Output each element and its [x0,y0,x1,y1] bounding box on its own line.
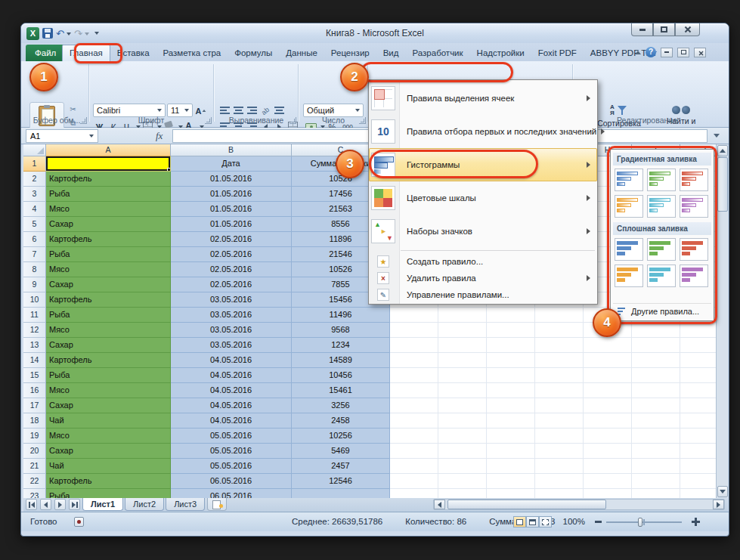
cell-B17[interactable]: 04.05.2016 [171,398,292,413]
cell-I23[interactable] [632,489,680,498]
menu-item-color-scales[interactable]: Цветовые шкалы [369,181,597,215]
cell-H13[interactable] [584,338,632,353]
cell-F23[interactable] [487,489,535,498]
tab-razrabotchik[interactable]: Разработчик [406,45,470,61]
cell-A3[interactable]: Рыба [46,187,171,202]
cell-E15[interactable] [438,368,487,383]
cell-H20[interactable] [584,444,632,459]
expand-formula-bar-icon[interactable] [714,134,720,138]
cell-C22[interactable]: 12546 [292,474,390,489]
cell-I20[interactable] [632,444,680,459]
workbook-minimize-button[interactable] [661,48,673,57]
cell-E14[interactable] [438,353,487,368]
cell-C20[interactable]: 5469 [292,444,390,459]
cell-F11[interactable] [487,308,535,323]
cell-B15[interactable]: 04.05.2016 [171,368,292,383]
cell-H18[interactable] [584,413,632,429]
font-size-select[interactable]: 11 [167,104,193,117]
first-sheet-button[interactable] [26,499,37,510]
font-dialog-launcher-icon[interactable] [205,117,212,124]
scroll-left-button[interactable] [434,500,445,509]
cell-E11[interactable] [438,308,487,323]
row-header-13[interactable]: 13 [23,338,46,353]
cell-J22[interactable] [680,474,716,489]
zoom-slider[interactable] [606,521,682,523]
row-header-1[interactable]: 1 [23,156,46,172]
cell-C11[interactable]: 11496 [292,308,390,323]
cell-J21[interactable] [680,459,716,474]
cell-D11[interactable] [390,308,438,323]
cell-A12[interactable]: Мясо [46,323,171,338]
cell-A15[interactable]: Рыба [46,368,171,383]
cell-A2[interactable]: Картофель [46,172,171,187]
menu-item-highlight-cells-rules[interactable]: Правила выделения ячеек [369,82,597,115]
prev-sheet-button[interactable] [40,499,51,510]
cell-A20[interactable]: Сахар [46,444,171,459]
cell-A1[interactable] [46,156,171,172]
cell-C16[interactable]: 15461 [292,383,390,398]
cell-A23[interactable]: Рыба [46,489,171,498]
row-header-3[interactable]: 3 [23,187,46,202]
cell-B23[interactable]: 06.05.2016 [171,489,292,498]
cell-G17[interactable] [535,398,584,413]
tab-dannye[interactable]: Данные [279,45,324,61]
cell-A13[interactable]: Сахар [46,338,171,353]
tab-foxit-pdf[interactable]: Foxit PDF [531,45,584,61]
cell-G21[interactable] [535,459,584,474]
sheet-tab-list2[interactable]: Лист2 [125,498,164,511]
macro-record-icon[interactable] [74,517,84,527]
row-header-23[interactable]: 23 [23,489,46,498]
cell-F16[interactable] [487,383,535,398]
column-header-B[interactable]: B [171,144,292,156]
row-header-9[interactable]: 9 [23,277,46,292]
cell-F19[interactable] [487,429,535,444]
cell-G14[interactable] [535,353,584,368]
row-header-12[interactable]: 12 [23,323,46,338]
horizontal-scrollbar[interactable] [433,499,725,510]
cell-F21[interactable] [487,459,535,474]
cell-E19[interactable] [438,429,487,444]
insert-worksheet-button[interactable] [207,498,227,511]
row-header-11[interactable]: 11 [23,308,46,323]
cell-H16[interactable] [584,383,632,398]
cell-B7[interactable]: 02.05.2016 [171,247,292,262]
cell-E21[interactable] [438,459,487,474]
cell-F22[interactable] [487,474,535,489]
cell-D16[interactable] [390,383,438,398]
cell-A11[interactable]: Рыба [46,308,171,323]
fill-handle[interactable] [167,168,171,172]
cell-A9[interactable]: Сахар [46,277,171,292]
cell-G16[interactable] [535,383,584,398]
cell-A10[interactable]: Картофель [46,292,171,308]
row-header-4[interactable]: 4 [23,202,46,217]
scroll-down-button[interactable] [717,486,728,497]
cell-B3[interactable]: 01.05.2016 [171,187,292,202]
cell-I19[interactable] [632,429,680,444]
cell-E23[interactable] [438,489,487,498]
select-all-corner[interactable] [23,144,46,156]
cell-B21[interactable]: 05.05.2016 [171,459,292,474]
row-header-5[interactable]: 5 [23,217,46,232]
cell-B18[interactable]: 04.05.2016 [171,413,292,429]
page-layout-view-button[interactable] [526,516,539,528]
menu-item-top-bottom-rules[interactable]: 10Правила отбора первых и последних знач… [369,115,597,148]
menu-item-clear-rules[interactable]: ×Удалить правила [369,270,597,286]
cell-J15[interactable] [680,368,716,383]
close-button[interactable] [675,23,700,36]
row-header-10[interactable]: 10 [23,292,46,308]
cell-A8[interactable]: Мясо [46,262,171,277]
cell-A6[interactable]: Картофель [46,232,171,247]
cell-I22[interactable] [632,474,680,489]
cell-A7[interactable]: Рыба [46,247,171,262]
cell-H19[interactable] [584,429,632,444]
column-header-A[interactable]: A [46,144,171,156]
cell-A18[interactable]: Чай [46,413,171,429]
tab-vid[interactable]: Вид [376,45,406,61]
cell-A21[interactable]: Чай [46,459,171,474]
minimize-ribbon-icon[interactable] [635,51,641,54]
cell-H23[interactable] [584,489,632,498]
cell-D22[interactable] [390,474,438,489]
cell-C13[interactable]: 1234 [292,338,390,353]
row-header-7[interactable]: 7 [23,247,46,262]
cell-B2[interactable]: 01.05.2016 [171,172,292,187]
